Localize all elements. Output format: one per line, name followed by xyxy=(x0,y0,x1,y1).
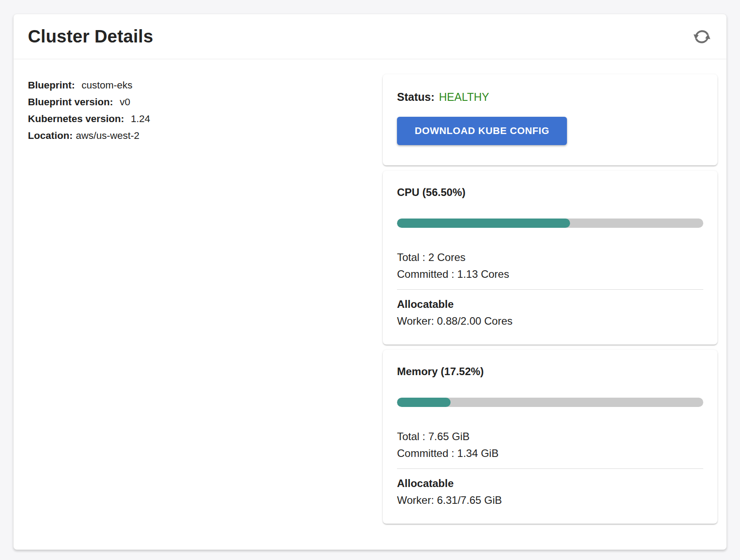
memory-card: Memory (17.52%) Total : 7.65 GiB Committ… xyxy=(383,350,717,524)
cpu-committed: Committed : 1.13 Cores xyxy=(397,266,703,283)
status-badge: HEALTHY xyxy=(439,91,489,103)
memory-worker: Worker: 6.31/7.65 GiB xyxy=(397,492,703,509)
cpu-progress-bar xyxy=(397,219,703,228)
cpu-divider xyxy=(397,289,703,290)
memory-committed: Committed : 1.34 GiB xyxy=(397,445,703,462)
memory-total: Total : 7.65 GiB xyxy=(397,428,703,445)
refresh-button[interactable] xyxy=(691,26,713,48)
blueprint-row: Blueprint:custom-eks xyxy=(28,77,383,94)
location-row: Location:aws/us-west-2 xyxy=(28,127,383,144)
status-card: Status:HEALTHY DOWNLOAD KUBE CONFIG xyxy=(383,74,717,165)
cpu-total: Total : 2 Cores xyxy=(397,249,703,266)
cpu-worker: Worker: 0.88/2.00 Cores xyxy=(397,313,703,330)
cluster-details-panel: Cluster Details Blueprint:custom-eks Blu… xyxy=(13,14,727,550)
page-title: Cluster Details xyxy=(28,27,691,46)
cards-column: Status:HEALTHY DOWNLOAD KUBE CONFIG CPU … xyxy=(383,74,717,524)
status-label: Status: xyxy=(397,91,435,103)
cluster-info-list: Blueprint:custom-eks Blueprint version:v… xyxy=(28,74,383,524)
memory-progress-bar xyxy=(397,398,703,407)
cpu-card: CPU (56.50%) Total : 2 Cores Committed :… xyxy=(383,171,717,345)
kubernetes-version-row: Kubernetes version:1.24 xyxy=(28,111,383,127)
blueprint-label: Blueprint: xyxy=(28,80,75,91)
download-kube-config-button[interactable]: DOWNLOAD KUBE CONFIG xyxy=(397,117,567,145)
cpu-progress-fill xyxy=(397,219,570,228)
kubernetes-version-label: Kubernetes version: xyxy=(28,113,124,124)
refresh-icon xyxy=(693,27,711,46)
memory-allocatable-heading: Allocatable xyxy=(397,475,703,492)
panel-body: Blueprint:custom-eks Blueprint version:v… xyxy=(14,59,726,524)
panel-header: Cluster Details xyxy=(14,14,726,59)
memory-progress-fill xyxy=(397,398,451,407)
cpu-title: CPU (56.50%) xyxy=(397,186,703,199)
location-value: aws/us-west-2 xyxy=(76,130,139,141)
memory-divider xyxy=(397,468,703,469)
blueprint-version-row: Blueprint version:v0 xyxy=(28,94,383,111)
memory-title: Memory (17.52%) xyxy=(397,365,703,378)
status-line: Status:HEALTHY xyxy=(397,90,703,104)
location-label: Location: xyxy=(28,130,73,141)
kubernetes-version-value: 1.24 xyxy=(131,113,150,124)
blueprint-value: custom-eks xyxy=(81,80,132,91)
blueprint-version-label: Blueprint version: xyxy=(28,96,113,107)
cpu-allocatable-heading: Allocatable xyxy=(397,296,703,313)
blueprint-version-value: v0 xyxy=(120,96,131,107)
